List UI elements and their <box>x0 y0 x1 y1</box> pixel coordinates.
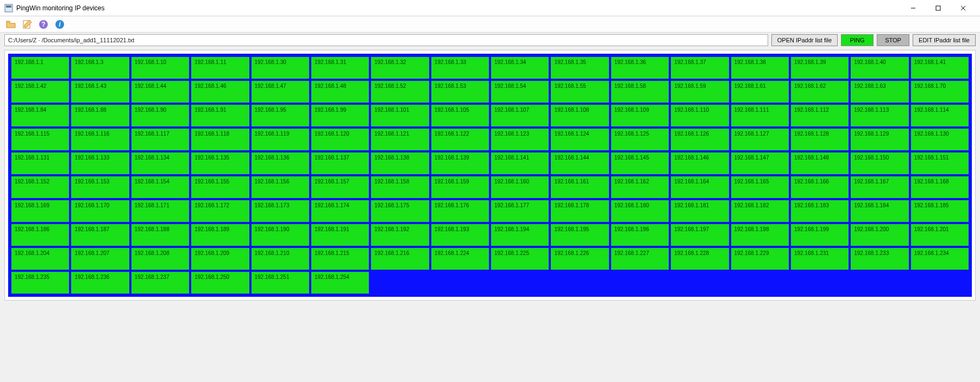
ip-cell[interactable]: 192.168.1.165 <box>731 176 789 198</box>
ip-cell[interactable]: 192.168.1.1 <box>11 57 69 79</box>
ip-cell[interactable]: 192.168.1.166 <box>791 176 849 198</box>
ip-cell[interactable]: 192.168.1.207 <box>71 248 129 270</box>
ip-cell[interactable]: 192.168.1.236 <box>71 272 129 294</box>
ip-cell[interactable]: 192.168.1.130 <box>911 129 969 150</box>
ip-cell[interactable]: 192.168.1.167 <box>851 176 908 198</box>
ip-cell[interactable]: 192.168.1.124 <box>551 129 608 150</box>
ip-cell[interactable]: 192.168.1.210 <box>252 248 309 270</box>
ip-cell[interactable]: 192.168.1.224 <box>431 248 489 270</box>
ip-cell[interactable]: 192.168.1.33 <box>431 57 489 79</box>
ip-cell[interactable]: 192.168.1.192 <box>371 224 429 246</box>
ip-cell[interactable]: 192.168.1.43 <box>71 81 129 103</box>
ip-cell[interactable]: 192.168.1.90 <box>131 105 189 126</box>
ip-cell[interactable]: 192.168.1.189 <box>191 224 249 246</box>
ip-cell[interactable]: 192.168.1.160 <box>491 176 549 198</box>
ip-cell[interactable]: 192.168.1.154 <box>131 176 189 198</box>
ip-cell[interactable]: 192.168.1.190 <box>252 224 309 246</box>
ip-cell[interactable]: 192.168.1.120 <box>311 129 369 150</box>
ip-cell[interactable]: 192.168.1.184 <box>851 200 908 222</box>
ip-cell[interactable]: 192.168.1.177 <box>491 200 549 222</box>
ip-cell[interactable]: 192.168.1.30 <box>252 57 309 79</box>
ip-cell[interactable]: 192.168.1.3 <box>71 57 129 79</box>
ip-cell[interactable]: 192.168.1.117 <box>131 129 189 150</box>
ip-cell[interactable]: 192.168.1.155 <box>191 176 249 198</box>
ip-cell[interactable]: 192.168.1.34 <box>491 57 549 79</box>
ip-cell[interactable]: 192.168.1.119 <box>252 129 309 150</box>
ip-cell[interactable]: 192.168.1.99 <box>311 105 369 126</box>
file-path-input[interactable] <box>4 34 768 46</box>
ip-cell[interactable]: 192.168.1.36 <box>611 57 669 79</box>
ip-cell[interactable]: 192.168.1.186 <box>11 224 69 246</box>
ip-cell[interactable]: 192.168.1.118 <box>191 129 249 150</box>
ip-cell[interactable]: 192.168.1.53 <box>431 81 489 103</box>
ip-cell[interactable]: 192.168.1.197 <box>671 224 728 246</box>
ip-cell[interactable]: 192.168.1.174 <box>311 200 369 222</box>
ip-cell[interactable]: 192.168.1.122 <box>431 129 489 150</box>
ip-cell[interactable]: 192.168.1.193 <box>431 224 489 246</box>
ip-cell[interactable]: 192.168.1.185 <box>911 200 969 222</box>
open-ipaddr-file-button[interactable]: OPEN IPaddr list file <box>771 34 838 46</box>
ip-cell[interactable]: 192.168.1.128 <box>791 129 849 150</box>
ip-cell[interactable]: 192.168.1.62 <box>791 81 849 103</box>
ip-cell[interactable]: 192.168.1.61 <box>731 81 789 103</box>
ip-cell[interactable]: 192.168.1.148 <box>791 152 849 174</box>
ip-cell[interactable]: 192.168.1.191 <box>311 224 369 246</box>
ip-cell[interactable]: 192.168.1.176 <box>431 200 489 222</box>
ip-cell[interactable]: 192.168.1.183 <box>791 200 849 222</box>
ip-cell[interactable]: 192.168.1.200 <box>851 224 908 246</box>
window-close-button[interactable] <box>951 0 976 16</box>
ip-cell[interactable]: 192.168.1.42 <box>11 81 69 103</box>
ip-cell[interactable]: 192.168.1.195 <box>551 224 608 246</box>
ip-cell[interactable]: 192.168.1.225 <box>491 248 549 270</box>
ip-cell[interactable]: 192.168.1.115 <box>11 129 69 150</box>
ip-cell[interactable]: 192.168.1.188 <box>131 224 189 246</box>
ip-cell[interactable]: 192.168.1.46 <box>191 81 249 103</box>
ip-cell[interactable]: 192.168.1.199 <box>791 224 849 246</box>
ip-cell[interactable]: 192.168.1.107 <box>491 105 549 126</box>
ip-cell[interactable]: 192.168.1.151 <box>911 152 969 174</box>
ip-cell[interactable]: 192.168.1.131 <box>11 152 69 174</box>
ip-cell[interactable]: 192.168.1.204 <box>11 248 69 270</box>
ip-cell[interactable]: 192.168.1.38 <box>731 57 789 79</box>
ip-cell[interactable]: 192.168.1.180 <box>611 200 669 222</box>
ip-cell[interactable]: 192.168.1.39 <box>791 57 849 79</box>
ip-cell[interactable]: 192.168.1.84 <box>11 105 69 126</box>
ip-cell[interactable]: 192.168.1.175 <box>371 200 429 222</box>
ip-cell[interactable]: 192.168.1.254 <box>311 272 369 294</box>
ip-cell[interactable]: 192.168.1.91 <box>191 105 249 126</box>
ip-cell[interactable]: 192.168.1.150 <box>851 152 908 174</box>
ip-cell[interactable]: 192.168.1.152 <box>11 176 69 198</box>
open-folder-button[interactable] <box>4 18 17 31</box>
ping-button[interactable]: PING <box>841 34 874 46</box>
ip-cell[interactable]: 192.168.1.110 <box>671 105 728 126</box>
stop-button[interactable]: STOP <box>877 34 909 46</box>
ip-cell[interactable]: 192.168.1.147 <box>731 152 789 174</box>
ip-cell[interactable]: 192.168.1.158 <box>371 176 429 198</box>
ip-cell[interactable]: 192.168.1.169 <box>11 200 69 222</box>
ip-cell[interactable]: 192.168.1.168 <box>911 176 969 198</box>
ip-cell[interactable]: 192.168.1.47 <box>252 81 309 103</box>
ip-cell[interactable]: 192.168.1.125 <box>611 129 669 150</box>
ip-cell[interactable]: 192.168.1.141 <box>491 152 549 174</box>
ip-cell[interactable]: 192.168.1.194 <box>491 224 549 246</box>
ip-cell[interactable]: 192.168.1.144 <box>551 152 608 174</box>
ip-cell[interactable]: 192.168.1.127 <box>731 129 789 150</box>
ip-cell[interactable]: 192.168.1.70 <box>911 81 969 103</box>
ip-cell[interactable]: 192.168.1.59 <box>671 81 728 103</box>
ip-cell[interactable]: 192.168.1.114 <box>911 105 969 126</box>
ip-cell[interactable]: 192.168.1.63 <box>851 81 908 103</box>
ip-cell[interactable]: 192.168.1.181 <box>671 200 728 222</box>
ip-cell[interactable]: 192.168.1.108 <box>551 105 608 126</box>
ip-cell[interactable]: 192.168.1.201 <box>911 224 969 246</box>
ip-cell[interactable]: 192.168.1.54 <box>491 81 549 103</box>
ip-cell[interactable]: 192.168.1.105 <box>431 105 489 126</box>
ip-cell[interactable]: 192.168.1.10 <box>131 57 189 79</box>
ip-cell[interactable]: 192.168.1.233 <box>851 248 908 270</box>
info-button[interactable]: i <box>53 18 66 31</box>
ip-cell[interactable]: 192.168.1.237 <box>131 272 189 294</box>
ip-cell[interactable]: 192.168.1.109 <box>611 105 669 126</box>
ip-cell[interactable]: 192.168.1.216 <box>371 248 429 270</box>
ip-cell[interactable]: 192.168.1.153 <box>71 176 129 198</box>
help-button[interactable]: ? <box>37 18 50 31</box>
ip-cell[interactable]: 192.168.1.161 <box>551 176 608 198</box>
